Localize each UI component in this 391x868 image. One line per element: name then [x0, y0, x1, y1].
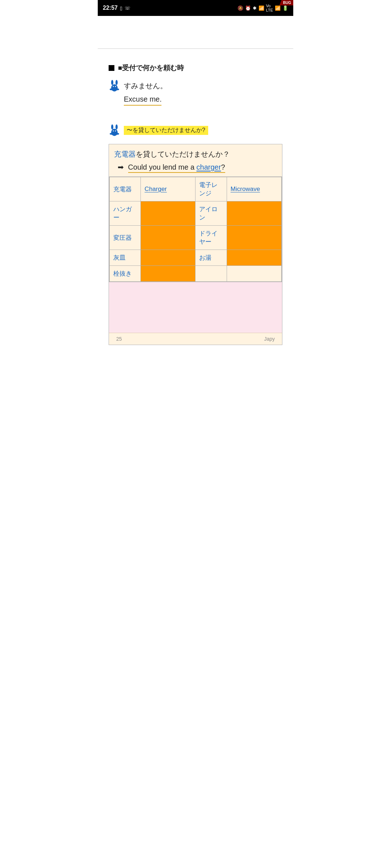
svg-point-14 — [110, 133, 113, 135]
svg-point-15 — [115, 133, 119, 135]
orange-cell-3 — [141, 226, 196, 250]
jp-word-9: 栓抜き — [110, 266, 141, 282]
vocab-table-wrapper: 充電器 Charger 電子レンジ Microwave ハンガー アイロン — [109, 176, 282, 282]
vocab-en-text: Could you lend me a — [128, 163, 194, 171]
section-title-text: ■受付で何かを頼む時 — [118, 63, 184, 73]
alarm-icon: ⏰ — [245, 5, 251, 11]
phrase1-english-wrapper: Excuse me. — [109, 95, 282, 116]
vocab-table: 充電器 Charger 電子レンジ Microwave ハンガー アイロン — [109, 177, 282, 282]
mute-icon: 🔕 — [237, 5, 243, 11]
svg-point-7 — [115, 89, 119, 90]
orange-cell-2 — [227, 201, 281, 226]
en-word-2: Microwave — [227, 177, 281, 201]
wifi-icon: 📶 — [258, 5, 264, 11]
svg-point-4 — [113, 86, 114, 87]
bunny-icon-1 — [109, 79, 120, 92]
top-spacer — [98, 16, 293, 38]
empty-cell-2 — [227, 266, 281, 282]
vocab-box-jp: 充電器を貸していただけませんか？ — [114, 149, 277, 159]
status-icon-sim: ▯ — [120, 5, 122, 11]
page-footer: 25 Japy — [109, 333, 282, 345]
pink-section — [109, 282, 282, 333]
svg-point-3 — [113, 85, 116, 89]
jp-word-8: お湯 — [196, 250, 227, 266]
svg-point-13 — [115, 131, 116, 132]
battery-icon: 🔋 — [282, 5, 288, 11]
table-row: 灰皿 お湯 — [110, 250, 282, 266]
phrase1-japanese: すみません。 — [124, 81, 167, 91]
phrase-row-jp: すみません。 — [109, 79, 282, 92]
jp-word-2: 電子レンジ — [196, 177, 227, 201]
status-icon-phone: ☏ — [125, 5, 130, 11]
jp-word-1: 充電器 — [110, 177, 141, 201]
phrase2-highlight: 〜を貸していただけませんか? — [124, 126, 208, 135]
vocab-box-inner: 充電器を貸していただけませんか？ ➡ Could you lend me a c… — [109, 144, 282, 176]
bunny-icon-2 — [109, 124, 120, 137]
orange-cell-1 — [141, 201, 196, 226]
vocab-en-word: charger — [197, 163, 221, 171]
top-divider — [98, 48, 293, 49]
status-time: 22:57 — [103, 5, 118, 11]
vocab-en-underline: Could you lend me a charger? — [128, 163, 225, 173]
phrase1-english: Excuse me. — [124, 95, 161, 106]
orange-cell-7 — [141, 266, 196, 282]
signal-icon: 📶 — [275, 5, 281, 11]
vocab-jp-word: 充電器 — [114, 150, 136, 158]
svg-point-10 — [115, 124, 118, 129]
table-row: 栓抜き — [110, 266, 282, 282]
brand-label: Japy — [264, 336, 275, 342]
section-title: ■受付で何かを頼む時 — [109, 63, 282, 73]
vocab-box-container: 充電器を貸していただけませんか？ ➡ Could you lend me a c… — [109, 144, 282, 345]
status-left: 22:57 ▯ ☏ — [103, 5, 130, 11]
main-content: ■受付で何かを頼む時 すみません。 Excuse me. — [98, 56, 293, 868]
svg-point-6 — [110, 89, 113, 90]
vocab-jp-rest: を貸していただけませんか？ — [136, 150, 230, 158]
orange-cell-4 — [227, 226, 281, 250]
svg-point-1 — [111, 80, 113, 85]
vocab-box-en: ➡ Could you lend me a charger? — [118, 163, 277, 173]
en-word-1: Charger — [141, 177, 196, 201]
page-number: 25 — [116, 336, 122, 342]
svg-point-9 — [111, 124, 113, 129]
jp-word-5: 変圧器 — [110, 226, 141, 250]
jp-word-4: アイロン — [196, 201, 227, 226]
black-square-icon — [109, 65, 114, 71]
arrow-icon: ➡ — [118, 163, 124, 171]
svg-point-11 — [113, 130, 116, 133]
empty-cell-1 — [196, 266, 227, 282]
phrase2-row: 〜を貸していただけませんか? — [109, 124, 282, 137]
table-row: ハンガー アイロン — [110, 201, 282, 226]
volte-icon: VoLTE — [266, 4, 273, 12]
bluetooth-icon: ✱ — [253, 5, 257, 11]
debug-badge: BUG — [279, 0, 293, 5]
status-bar: 22:57 ▯ ☏ 🔕 ⏰ ✱ 📶 VoLTE 📶 🔋 BUG — [98, 0, 293, 16]
jp-word-7: 灰皿 — [110, 250, 141, 266]
phrase-section-1: すみません。 Excuse me. — [109, 79, 282, 116]
jp-word-6: ドライヤー — [196, 226, 227, 250]
orange-cell-5 — [141, 250, 196, 266]
table-row: 充電器 Charger 電子レンジ Microwave — [110, 177, 282, 201]
vocab-en-end: ? — [221, 163, 225, 171]
jp-word-3: ハンガー — [110, 201, 141, 226]
svg-point-2 — [115, 80, 118, 85]
orange-cell-6 — [227, 250, 281, 266]
phrase-section-2: 〜を貸していただけませんか? — [109, 124, 282, 137]
svg-point-5 — [115, 86, 116, 87]
svg-point-12 — [113, 131, 114, 132]
table-row: 変圧器 ドライヤー — [110, 226, 282, 250]
